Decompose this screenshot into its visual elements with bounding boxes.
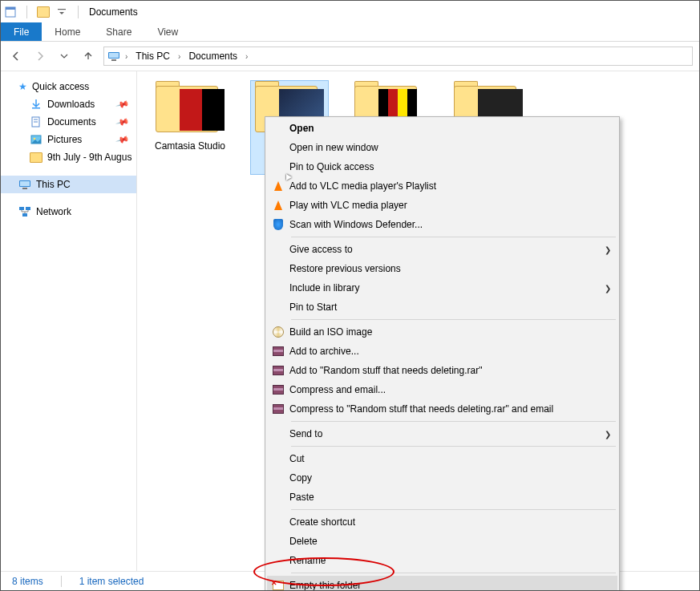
menu-empty-folder[interactable]: Empty this folder — [267, 576, 617, 591]
chevron-right-icon[interactable]: › — [176, 52, 182, 61]
crumb-documents[interactable]: Documents — [185, 51, 241, 62]
this-pc-label: This PC — [36, 179, 71, 190]
sidebar-item-label: 9th July - 9th Augus — [47, 152, 132, 163]
navigation-bar: › This PC › Documents › — [1, 42, 699, 71]
tab-file[interactable]: File — [1, 22, 42, 41]
pin-icon: 📌 — [115, 97, 131, 111]
back-button[interactable] — [7, 47, 25, 65]
documents-icon — [30, 115, 42, 128]
network-label: Network — [36, 206, 71, 217]
ribbon-tabs: File Home Share View — [1, 22, 699, 42]
menu-send-to[interactable]: Send to❯ — [267, 424, 617, 443]
svg-rect-6 — [32, 107, 40, 109]
svg-point-11 — [34, 138, 36, 140]
context-menu: Open Open in new window Pin to Quick acc… — [265, 116, 620, 591]
quick-access-toolbar — [4, 6, 83, 18]
menu-open[interactable]: Open — [267, 119, 617, 138]
quick-access-label: Quick access — [32, 81, 89, 92]
up-button[interactable] — [79, 47, 97, 65]
folder-icon — [37, 6, 50, 18]
folder-item[interactable]: Camtasia Studio — [152, 81, 229, 152]
chevron-right-icon[interactable]: › — [244, 52, 249, 61]
sidebar-item-downloads[interactable]: Downloads 📌 — [1, 95, 136, 113]
pin-icon: 📌 — [115, 132, 131, 147]
menu-give-access[interactable]: Give access to❯ — [267, 240, 617, 259]
pictures-icon — [30, 133, 42, 146]
menu-add-archive[interactable]: Add to archive... — [267, 342, 617, 361]
svg-rect-13 — [20, 181, 30, 186]
svg-rect-1 — [6, 7, 15, 10]
menu-pin-quick-access[interactable]: Pin to Quick access — [267, 157, 617, 176]
chevron-right-icon: ❯ — [605, 245, 611, 254]
svg-rect-5 — [111, 59, 116, 61]
sidebar-item-label: Documents — [47, 116, 96, 128]
empty-folder-icon — [273, 581, 284, 590]
svg-rect-17 — [22, 213, 27, 217]
crumb-this-pc[interactable]: This PC — [132, 51, 173, 62]
folder-icon — [30, 152, 42, 163]
shield-icon — [273, 219, 283, 230]
menu-compress-email-named[interactable]: Compress to "Random stuff that needs del… — [267, 399, 617, 419]
pc-icon — [107, 50, 120, 63]
disc-icon — [273, 326, 284, 338]
sidebar-item-label: Pictures — [47, 134, 82, 145]
menu-defender[interactable]: Scan with Windows Defender... — [267, 215, 617, 234]
status-selected: 1 item selected — [79, 576, 144, 587]
address-bar[interactable]: › This PC › Documents › — [103, 47, 693, 66]
sidebar: ★ Quick access Downloads 📌 Documents 📌 P… — [1, 71, 137, 571]
menu-build-iso[interactable]: Build an ISO image — [267, 322, 617, 342]
menu-compress-email[interactable]: Compress and email... — [267, 380, 617, 399]
status-count: 8 items — [12, 576, 43, 587]
quick-access-header[interactable]: ★ Quick access — [1, 78, 136, 95]
chevron-right-icon: ❯ — [605, 284, 611, 293]
winrar-icon — [273, 346, 284, 356]
pc-icon — [18, 178, 31, 191]
tab-home[interactable]: Home — [42, 22, 93, 41]
star-icon: ★ — [18, 81, 27, 92]
svg-rect-4 — [109, 53, 119, 58]
svg-rect-16 — [26, 207, 30, 210]
svg-rect-15 — [19, 207, 24, 210]
network-icon — [18, 205, 31, 218]
window-titlebar: Documents — [1, 1, 699, 22]
tab-share[interactable]: Share — [93, 22, 144, 41]
menu-paste[interactable]: Paste — [267, 488, 617, 507]
winrar-icon — [273, 385, 284, 395]
dropdown-icon[interactable] — [55, 6, 68, 18]
menu-cut[interactable]: Cut — [267, 449, 617, 468]
menu-copy[interactable]: Copy — [267, 468, 617, 488]
winrar-icon — [273, 404, 284, 414]
sidebar-item-label: Downloads — [47, 99, 95, 110]
chevron-right-icon[interactable]: › — [123, 52, 129, 61]
vlc-icon — [274, 181, 282, 191]
forward-button[interactable] — [31, 47, 49, 65]
menu-vlc-play[interactable]: Play with VLC media player — [267, 196, 617, 215]
menu-open-new-window[interactable]: Open in new window — [267, 138, 617, 157]
sidebar-item-documents[interactable]: Documents 📌 — [1, 113, 136, 131]
menu-vlc-add[interactable]: Add to VLC media player's Playlist — [267, 176, 617, 196]
menu-rename[interactable]: Rename — [267, 551, 617, 570]
menu-add-archive-named[interactable]: Add to "Random stuff that needs deleting… — [267, 361, 617, 380]
sidebar-item-pictures[interactable]: Pictures 📌 — [1, 131, 136, 148]
menu-restore[interactable]: Restore previous versions — [267, 259, 617, 278]
downloads-icon — [30, 98, 42, 111]
tab-view[interactable]: View — [144, 22, 191, 41]
winrar-icon — [273, 366, 284, 375]
sidebar-item-this-pc[interactable]: This PC — [1, 176, 136, 193]
properties-icon[interactable] — [4, 6, 17, 18]
recent-dropdown-icon[interactable] — [55, 47, 73, 65]
pin-icon: 📌 — [115, 115, 131, 129]
svg-rect-14 — [22, 188, 27, 189]
chevron-right-icon: ❯ — [605, 430, 611, 439]
folder-caption: Camtasia Studio — [155, 140, 225, 152]
vlc-icon — [274, 200, 282, 210]
menu-delete[interactable]: Delete — [267, 532, 617, 551]
menu-create-shortcut[interactable]: Create shortcut — [267, 512, 617, 532]
sidebar-item-network[interactable]: Network — [1, 203, 136, 221]
svg-rect-2 — [58, 9, 66, 10]
menu-pin-start[interactable]: Pin to Start — [267, 298, 617, 317]
window-title: Documents — [89, 6, 138, 18]
menu-include-library[interactable]: Include in library❯ — [267, 278, 617, 298]
sidebar-item-daterange[interactable]: 9th July - 9th Augus — [1, 148, 136, 166]
